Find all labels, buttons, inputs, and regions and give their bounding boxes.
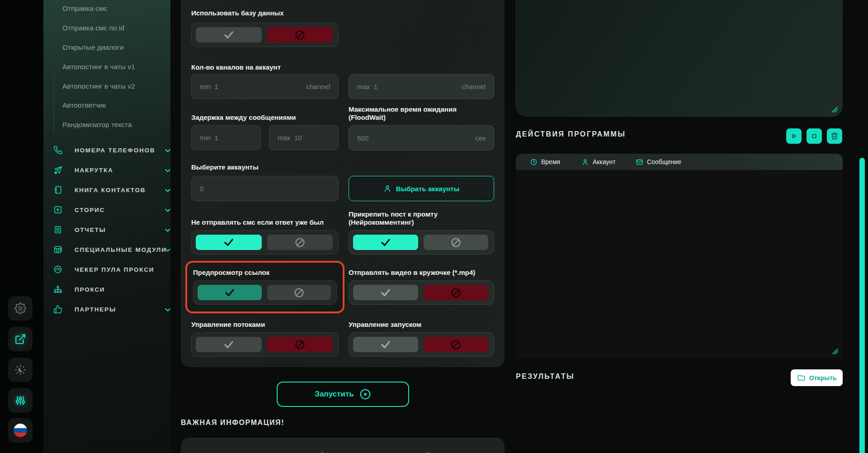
important-info-panel: «Прикрепить пост к промту» – опция работ… xyxy=(181,438,505,453)
gear-icon xyxy=(14,302,26,314)
sidebar-item-open-dialogs[interactable]: Открытые диалоги xyxy=(62,43,123,53)
link-preview-no-button[interactable] xyxy=(267,285,331,300)
clock-icon xyxy=(530,158,538,166)
launch-yes-button[interactable] xyxy=(353,337,418,352)
main-settings-column: Использовать базу данных Кол-во каналов … xyxy=(181,0,505,453)
start-button-label: Запустить xyxy=(315,390,354,399)
threads-no-button[interactable] xyxy=(267,337,333,352)
actions-table-header: Время Аккаунт Сообщение xyxy=(516,154,843,170)
user-icon xyxy=(383,184,392,193)
resize-handle-icon[interactable] xyxy=(832,107,838,113)
play-icon xyxy=(790,132,798,140)
sidebar-section-partners[interactable]: ПАРТНЕРЫ xyxy=(53,304,166,315)
play-button[interactable] xyxy=(786,128,802,144)
stop-icon xyxy=(810,132,818,140)
results-heading: РЕЗУЛЬТАТЫ xyxy=(516,373,575,381)
video-note-yes-button[interactable] xyxy=(353,285,418,300)
channels-min-placeholder: min 1 xyxy=(200,83,218,90)
use-database-toggle xyxy=(191,23,339,47)
channels-per-account-label: Кол-во каналов на аккаунт xyxy=(191,63,494,71)
channels-max-placeholder: max 1 xyxy=(357,83,377,90)
sidebar-section-stories[interactable]: СТОРИС xyxy=(53,205,166,216)
sidebar-section-label: НОМЕРА ТЕЛЕФОНОВ xyxy=(75,147,155,154)
delay-min-input[interactable]: min 1 xyxy=(191,125,261,150)
column-time[interactable]: Время xyxy=(530,154,560,170)
sidebar-section-label: СПЕЦИАЛЬНЫЕ МОДУЛИ xyxy=(75,246,167,253)
video-note-toggle xyxy=(349,280,494,305)
channels-min-input[interactable]: min 1 channel xyxy=(191,74,339,99)
channels-max-suffix: channel xyxy=(462,83,486,90)
column-time-label: Время xyxy=(541,158,560,165)
sidebar-section-label: ПАРТНЕРЫ xyxy=(75,306,116,313)
phone-icon xyxy=(53,146,62,155)
choose-accounts-button[interactable]: Выбрать аккаунты xyxy=(349,176,494,201)
chevron-down-icon xyxy=(164,167,171,174)
user-icon xyxy=(581,158,589,166)
chevron-down-icon xyxy=(164,147,171,154)
sidebar-section-proxy-pool-checker[interactable]: ЧЕКЕР ПУЛА ПРОКСИ xyxy=(53,264,166,275)
delay-label: Задержка между сообщениями xyxy=(191,113,339,122)
language-rail-button[interactable] xyxy=(8,418,33,443)
sidebar-item-send-sms-by-id[interactable]: Отправка смс по id xyxy=(62,24,124,34)
actions-table-body[interactable] xyxy=(516,170,843,358)
delay-max-input[interactable]: max 10 xyxy=(269,125,339,150)
column-account-label: Аккаунт xyxy=(593,158,616,165)
important-info-text: «Прикрепить пост к промту» – опция работ… xyxy=(194,451,463,453)
link-preview-yes-button[interactable] xyxy=(198,285,262,300)
program-actions-heading: ДЕЙСТВИЯ ПРОГРАММЫ xyxy=(516,130,626,138)
threads-yes-button[interactable] xyxy=(196,337,262,352)
use-database-label: Использовать базу данных xyxy=(191,9,494,17)
trash-button[interactable] xyxy=(827,128,842,144)
sidebar: Отправка смс Отправка смс по id Открытые… xyxy=(43,0,170,453)
launch-label: Управление запуском xyxy=(349,321,494,329)
choose-accounts-button-label: Выбрать аккаунты xyxy=(396,185,459,193)
sidebar-item-text-randomizer[interactable]: Рандомизатор текста xyxy=(62,121,132,131)
thumbs-up-icon xyxy=(53,305,62,314)
no-sms-if-answered-toggle xyxy=(191,230,339,255)
column-message[interactable]: Сообщение xyxy=(636,154,681,170)
floodwait-suffix: сек xyxy=(476,134,486,142)
external-link-rail-button[interactable] xyxy=(8,327,33,351)
no-sms-yes-button[interactable] xyxy=(196,235,262,250)
channels-min-suffix: channel xyxy=(306,83,330,90)
use-database-no-button[interactable] xyxy=(267,27,333,42)
sidebar-section-label: ПРОКСИ xyxy=(75,286,105,293)
sidebar-section-proxy[interactable]: ПРОКСИ xyxy=(53,284,166,295)
sidebar-item-autoposting-v1[interactable]: Автопостинг в чаты v1 xyxy=(62,63,135,73)
attach-post-yes-button[interactable] xyxy=(353,235,418,250)
open-results-button[interactable]: Открыть xyxy=(791,369,843,386)
column-account[interactable]: Аккаунт xyxy=(581,154,616,170)
sidebar-section-boosting[interactable]: НАКРУТКА xyxy=(53,165,166,176)
resize-handle-icon[interactable] xyxy=(832,349,838,354)
chevron-down-icon xyxy=(164,306,171,313)
theme-rail-button[interactable] xyxy=(8,358,33,382)
sidebar-item-send-sms[interactable]: Отправка смс xyxy=(62,5,107,14)
mail-icon xyxy=(636,158,643,166)
sidebar-section-contacts-book[interactable]: КНИГА КОНТАКТОВ xyxy=(53,185,166,196)
sidebar-item-autoposting-v2[interactable]: Автопостинг в чаты v2 xyxy=(62,82,135,92)
use-database-yes-button[interactable] xyxy=(196,27,262,42)
accounts-count-input[interactable]: 0 xyxy=(191,176,339,201)
sidebar-section-label: ОТЧЕТЫ xyxy=(75,226,106,233)
channels-max-input[interactable]: max 1 channel xyxy=(349,74,494,99)
network-icon xyxy=(53,285,62,294)
start-button[interactable]: Запустить xyxy=(277,382,409,407)
vertical-scrollbar-thumb[interactable] xyxy=(859,158,865,453)
attach-post-no-button[interactable] xyxy=(424,235,489,250)
settings-rail-button[interactable] xyxy=(8,296,33,321)
stop-button[interactable] xyxy=(807,128,822,144)
sidebar-section-special-modules[interactable]: СПЕЦИАЛЬНЫЕ МОДУЛИ xyxy=(53,245,166,255)
paper-plane-icon xyxy=(53,165,62,175)
launch-no-button[interactable] xyxy=(424,337,489,352)
floodwait-input[interactable]: 500 сек xyxy=(349,125,494,151)
sidebar-section-phone-numbers[interactable]: НОМЕРА ТЕЛЕФОНОВ xyxy=(53,145,166,156)
sidebar-section-reports[interactable]: ОТЧЕТЫ xyxy=(53,225,166,236)
message-text-panel[interactable] xyxy=(516,0,843,117)
link-preview-highlight-box: Предпросмотр ссылок xyxy=(185,261,344,313)
video-note-no-button[interactable] xyxy=(424,285,489,300)
no-sms-no-button[interactable] xyxy=(267,235,333,250)
submenu-divider xyxy=(53,0,54,133)
filters-rail-button[interactable] xyxy=(8,388,33,413)
sidebar-item-autoresponder[interactable]: Автоответчик xyxy=(62,101,106,111)
attach-post-toggle xyxy=(349,230,494,255)
